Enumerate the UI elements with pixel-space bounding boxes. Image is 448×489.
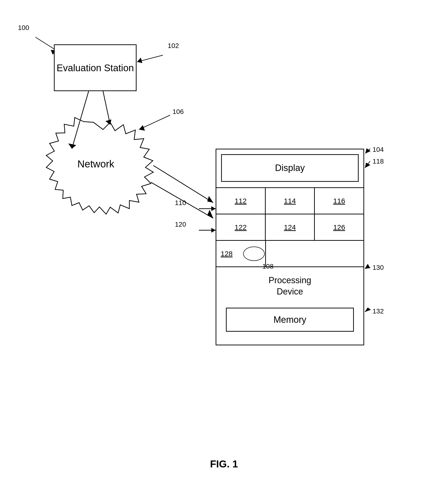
ref-label-130: 130 [373,264,384,272]
cell-116-label: 116 [333,197,345,205]
memory-text: Memory [273,315,306,325]
cell-126-label: 126 [333,223,345,232]
evaluation-station-text: Evaluation Station [56,62,134,74]
ref-label-100: 100 [18,24,29,32]
ref-label-102: 102 [168,42,179,50]
ref-label-104: 104 [373,146,384,153]
svg-line-20 [365,161,370,168]
ref-label-106: 106 [173,108,184,116]
grid-row-3: 128 [216,240,363,266]
svg-marker-19 [365,148,371,153]
svg-line-18 [365,149,370,153]
svg-line-14 [137,55,163,62]
cell-112-label: 112 [234,197,247,205]
network-label: Network [70,158,122,170]
svg-line-2 [103,91,110,125]
cell-116: 116 [315,188,363,214]
evaluation-station-box: Evaluation Station [54,44,136,91]
grid-row-1: 112 114 116 [216,187,363,214]
cell-122: 122 [216,214,266,240]
svg-marker-25 [365,264,370,269]
svg-line-0 [72,91,89,149]
cell-114: 114 [266,188,315,214]
svg-marker-9 [211,206,216,211]
cell-128: 128 [216,241,266,266]
svg-line-26 [365,309,370,312]
ref-label-118: 118 [373,157,384,165]
ref-label-110: 110 [175,199,186,207]
cell-124-label: 124 [284,223,296,232]
oval-sensor [243,247,265,261]
memory-box: Memory [226,308,354,332]
cell-128-label: 128 [221,250,233,258]
cell-122-label: 122 [234,223,247,232]
ref-label-120: 120 [175,221,186,228]
fig-caption: FIG. 1 [210,458,238,470]
processing-section: ProcessingDevice [216,266,363,305]
svg-marker-3 [105,119,112,125]
svg-marker-27 [365,307,371,312]
svg-line-4 [153,166,213,203]
svg-marker-5 [207,196,213,203]
svg-line-24 [365,267,370,269]
svg-marker-21 [365,163,370,168]
cell-124: 124 [266,214,315,240]
svg-marker-11 [211,228,216,233]
cell-112: 112 [216,188,266,214]
display-section: Display [221,154,359,182]
svg-marker-7 [207,210,213,218]
display-text: Display [275,163,305,173]
svg-marker-15 [137,58,142,63]
cell-126: 126 [315,214,363,240]
svg-marker-17 [139,125,145,131]
cell-empty [266,241,363,266]
svg-line-16 [139,115,170,130]
ref-label-108: 108 [262,263,274,270]
ref-label-132: 132 [373,307,384,315]
diagram-container: 100 Evaluation Station 102 106 Network 1… [0,0,448,489]
device-outer-box: Display 112 114 116 122 124 126 [216,149,364,345]
processing-text: ProcessingDevice [269,275,311,297]
grid-row-2: 122 124 126 [216,214,363,240]
cell-114-label: 114 [284,197,296,205]
svg-marker-1 [68,143,76,149]
svg-line-12 [35,37,56,50]
